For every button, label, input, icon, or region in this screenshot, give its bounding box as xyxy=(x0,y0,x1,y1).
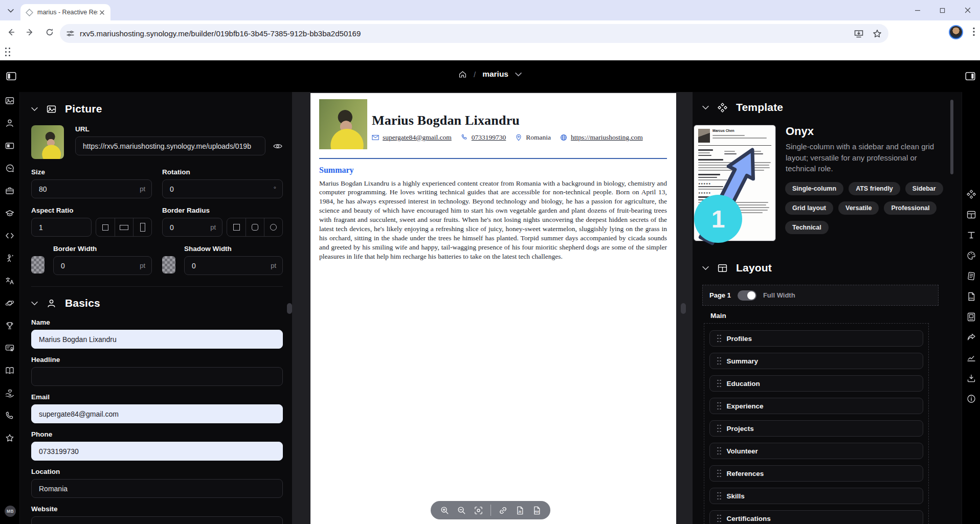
summary-section-icon[interactable] xyxy=(5,141,15,151)
drag-grip-icon[interactable] xyxy=(717,360,719,362)
browser-profile-avatar[interactable] xyxy=(949,25,963,39)
shadow-width-input[interactable]: pt xyxy=(184,256,283,275)
collapse-chevron-icon[interactable] xyxy=(702,105,709,110)
awards-section-icon[interactable] xyxy=(5,253,15,263)
drag-dots-icon[interactable] xyxy=(5,48,11,57)
publications-section-icon[interactable] xyxy=(5,366,15,376)
layout-list-item[interactable]: Profiles xyxy=(709,330,923,347)
url-text[interactable]: rxv5.mariushosting.synology.me/builder/0… xyxy=(80,29,854,38)
picture-url-input[interactable] xyxy=(75,136,265,155)
right-panel-scrollbar[interactable] xyxy=(950,100,953,174)
template-tab-icon[interactable] xyxy=(966,189,976,199)
site-info-icon[interactable] xyxy=(66,29,75,38)
eye-icon[interactable] xyxy=(273,141,283,151)
zoom-in-icon[interactable] xyxy=(440,506,450,515)
drag-grip-icon[interactable] xyxy=(717,338,719,339)
user-avatar[interactable]: MB xyxy=(5,506,16,517)
right-panel-toggle-icon[interactable] xyxy=(965,71,976,82)
home-icon[interactable] xyxy=(458,70,467,79)
zoom-out-icon[interactable] xyxy=(457,506,466,515)
right-panel-resize-handle[interactable] xyxy=(681,303,686,314)
phone-input[interactable] xyxy=(31,442,283,461)
layout-list-item[interactable]: References xyxy=(709,465,923,482)
tab-close-icon[interactable] xyxy=(98,8,106,17)
information-tab-icon[interactable] xyxy=(966,394,976,404)
statistics-tab-icon[interactable] xyxy=(966,353,976,363)
profile-photo-thumbnail[interactable] xyxy=(31,125,64,159)
collapse-chevron-icon[interactable] xyxy=(702,266,709,270)
browser-menu-icon[interactable] xyxy=(973,27,975,36)
url-bar[interactable]: rxv5.mariushosting.synology.me/builder/0… xyxy=(60,24,888,43)
drag-grip-icon[interactable] xyxy=(717,383,719,384)
shadow-color-swatch[interactable] xyxy=(162,256,175,274)
rotation-input[interactable]: ° xyxy=(162,179,283,198)
projects-section-icon[interactable] xyxy=(5,321,15,331)
layout-list-item[interactable]: Summary xyxy=(709,353,923,369)
page-options-tab-icon[interactable] xyxy=(966,312,976,322)
references-section-icon[interactable] xyxy=(5,411,15,421)
drag-grip-icon[interactable] xyxy=(717,450,719,452)
certifications-section-icon[interactable] xyxy=(5,343,15,353)
radius-rounded-button[interactable] xyxy=(246,218,264,236)
drag-grip-icon[interactable] xyxy=(717,405,719,407)
radius-sharp-button[interactable] xyxy=(227,218,246,236)
drag-grip-icon[interactable] xyxy=(717,518,719,519)
layout-tab-icon[interactable] xyxy=(966,210,976,220)
back-icon[interactable] xyxy=(2,24,19,41)
collapse-chevron-icon[interactable] xyxy=(31,301,38,306)
profiles-section-icon[interactable] xyxy=(5,163,15,173)
collapse-chevron-icon[interactable] xyxy=(31,107,38,111)
bookmark-star-icon[interactable] xyxy=(872,29,882,39)
notes-tab-icon[interactable] xyxy=(966,271,976,281)
radius-circle-button[interactable] xyxy=(264,218,282,236)
reload-icon[interactable] xyxy=(41,24,58,41)
layout-list-item[interactable]: Education xyxy=(709,375,923,392)
download-pdf-icon[interactable]: PDF xyxy=(532,506,542,515)
window-maximize-icon[interactable] xyxy=(930,2,955,19)
layout-list-item[interactable]: Skills xyxy=(709,488,923,504)
picture-section-icon[interactable] xyxy=(5,96,15,106)
export-tab-icon[interactable] xyxy=(966,373,976,383)
custom-css-tab-icon[interactable]: css xyxy=(966,291,976,302)
border-radius-input[interactable]: pt xyxy=(162,218,222,237)
tab-search-button[interactable] xyxy=(4,4,17,17)
name-input[interactable] xyxy=(31,330,283,349)
window-minimize-icon[interactable] xyxy=(905,2,930,19)
breadcrumb-chevron-icon[interactable] xyxy=(515,72,522,77)
aspect-square-button[interactable] xyxy=(96,218,115,236)
custom-section-icon[interactable] xyxy=(5,433,15,443)
aspect-landscape-button[interactable] xyxy=(115,218,133,236)
skills-section-icon[interactable] xyxy=(5,231,15,241)
experience-section-icon[interactable] xyxy=(5,186,15,196)
drag-grip-icon[interactable] xyxy=(717,495,719,497)
forward-icon[interactable] xyxy=(21,24,39,41)
full-width-toggle[interactable] xyxy=(738,290,756,301)
aspect-portrait-button[interactable] xyxy=(133,218,151,236)
size-input[interactable]: pt xyxy=(31,179,152,198)
download-json-icon[interactable]: JS xyxy=(515,506,525,515)
sharing-tab-icon[interactable] xyxy=(966,332,976,343)
breadcrumb-resume-name[interactable]: marius xyxy=(482,70,508,79)
location-input[interactable] xyxy=(31,479,283,498)
drag-grip-icon[interactable] xyxy=(717,473,719,474)
border-width-input[interactable]: pt xyxy=(53,256,152,275)
languages-section-icon[interactable] xyxy=(5,276,15,286)
layout-list-item[interactable]: Projects xyxy=(709,420,923,437)
layout-list-item[interactable]: Volunteer xyxy=(709,443,923,459)
email-input[interactable] xyxy=(31,404,283,423)
copy-link-icon[interactable] xyxy=(498,506,508,515)
layout-list-item[interactable]: Experience xyxy=(709,398,923,414)
border-color-swatch[interactable] xyxy=(31,256,44,274)
left-panel-resize-handle[interactable] xyxy=(287,303,292,314)
website-input[interactable] xyxy=(31,516,283,524)
drag-grip-icon[interactable] xyxy=(717,428,719,429)
template-thumbnail-onyx[interactable]: Marcus Chen xyxy=(694,125,776,241)
typography-tab-icon[interactable] xyxy=(966,230,976,240)
fit-to-screen-icon[interactable] xyxy=(474,506,483,515)
browser-tab[interactable]: marius - Reactive Resume xyxy=(20,4,110,20)
education-section-icon[interactable] xyxy=(5,208,15,218)
window-close-icon[interactable] xyxy=(955,2,980,19)
aspect-ratio-input[interactable] xyxy=(31,218,92,237)
basics-section-icon[interactable] xyxy=(5,118,15,128)
headline-input[interactable] xyxy=(31,367,283,386)
